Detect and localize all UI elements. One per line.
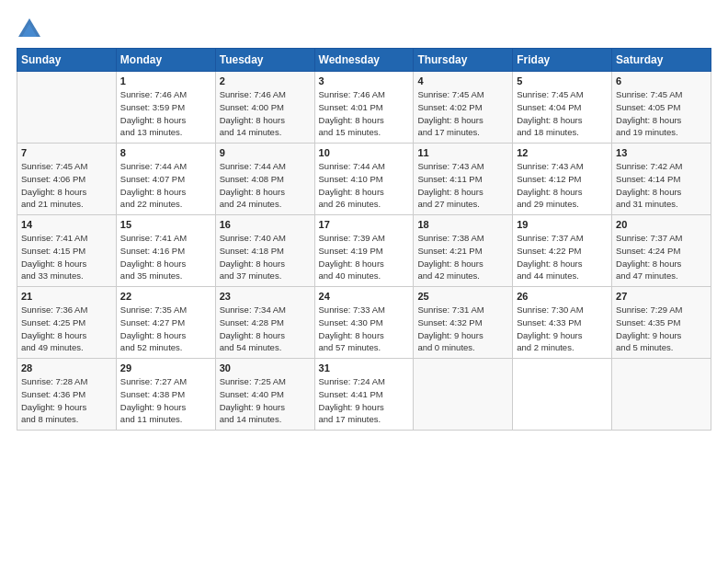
- day-cell: 24Sunrise: 7:33 AM Sunset: 4:30 PM Dayli…: [314, 287, 414, 359]
- day-info: Sunrise: 7:37 AM Sunset: 4:22 PM Dayligh…: [517, 232, 608, 282]
- logo-icon: [17, 17, 42, 42]
- day-info: Sunrise: 7:29 AM Sunset: 4:35 PM Dayligh…: [616, 304, 707, 354]
- day-cell: 8Sunrise: 7:44 AM Sunset: 4:07 PM Daylig…: [116, 144, 215, 215]
- day-number: 29: [120, 362, 211, 373]
- day-info: Sunrise: 7:34 AM Sunset: 4:28 PM Dayligh…: [220, 304, 311, 354]
- day-number: 24: [319, 291, 410, 302]
- day-info: Sunrise: 7:39 AM Sunset: 4:19 PM Dayligh…: [319, 232, 410, 282]
- page: SundayMondayTuesdayWednesdayThursdayFrid…: [0, 0, 728, 563]
- header-tuesday: Tuesday: [215, 49, 314, 72]
- day-cell: 21Sunrise: 7:36 AM Sunset: 4:25 PM Dayli…: [17, 287, 117, 359]
- day-cell: 14Sunrise: 7:41 AM Sunset: 4:15 PM Dayli…: [17, 215, 117, 287]
- day-info: Sunrise: 7:40 AM Sunset: 4:18 PM Dayligh…: [220, 232, 311, 282]
- day-number: 2: [220, 75, 311, 86]
- day-info: Sunrise: 7:35 AM Sunset: 4:27 PM Dayligh…: [120, 304, 211, 354]
- day-cell: 20Sunrise: 7:37 AM Sunset: 4:24 PM Dayli…: [612, 215, 711, 287]
- day-cell: 22Sunrise: 7:35 AM Sunset: 4:27 PM Dayli…: [116, 287, 215, 359]
- day-info: Sunrise: 7:24 AM Sunset: 4:41 PM Dayligh…: [319, 375, 410, 426]
- day-cell: 19Sunrise: 7:37 AM Sunset: 4:22 PM Dayli…: [513, 215, 612, 287]
- day-number: 11: [417, 147, 508, 158]
- day-cell: 23Sunrise: 7:34 AM Sunset: 4:28 PM Dayli…: [215, 287, 314, 359]
- week-row-5: 28Sunrise: 7:28 AM Sunset: 4:36 PM Dayli…: [17, 359, 711, 431]
- day-number: 12: [517, 147, 608, 158]
- day-cell: 11Sunrise: 7:43 AM Sunset: 4:11 PM Dayli…: [414, 144, 513, 215]
- header-monday: Monday: [116, 49, 215, 72]
- day-cell: 16Sunrise: 7:40 AM Sunset: 4:18 PM Dayli…: [215, 215, 314, 287]
- day-cell: 7Sunrise: 7:45 AM Sunset: 4:06 PM Daylig…: [17, 144, 117, 215]
- day-info: Sunrise: 7:44 AM Sunset: 4:08 PM Dayligh…: [220, 160, 311, 211]
- day-info: Sunrise: 7:45 AM Sunset: 4:04 PM Dayligh…: [517, 88, 608, 139]
- day-info: Sunrise: 7:38 AM Sunset: 4:21 PM Dayligh…: [417, 232, 508, 282]
- day-info: Sunrise: 7:31 AM Sunset: 4:32 PM Dayligh…: [417, 304, 508, 354]
- day-info: Sunrise: 7:27 AM Sunset: 4:38 PM Dayligh…: [120, 375, 211, 426]
- day-cell: [513, 359, 612, 431]
- day-cell: 1Sunrise: 7:46 AM Sunset: 3:59 PM Daylig…: [116, 72, 215, 144]
- day-cell: 27Sunrise: 7:29 AM Sunset: 4:35 PM Dayli…: [612, 287, 711, 359]
- day-number: 25: [417, 291, 508, 302]
- day-number: 5: [517, 75, 608, 86]
- day-number: 21: [21, 291, 112, 302]
- day-info: Sunrise: 7:43 AM Sunset: 4:12 PM Dayligh…: [517, 160, 608, 211]
- day-number: 9: [220, 147, 311, 158]
- day-info: Sunrise: 7:45 AM Sunset: 4:06 PM Dayligh…: [21, 160, 112, 211]
- day-cell: 3Sunrise: 7:46 AM Sunset: 4:01 PM Daylig…: [314, 72, 414, 144]
- day-number: 4: [417, 75, 508, 86]
- day-info: Sunrise: 7:44 AM Sunset: 4:07 PM Dayligh…: [120, 160, 211, 211]
- week-row-4: 21Sunrise: 7:36 AM Sunset: 4:25 PM Dayli…: [17, 287, 711, 359]
- day-number: 13: [616, 147, 707, 158]
- day-cell: 31Sunrise: 7:24 AM Sunset: 4:41 PM Dayli…: [314, 359, 414, 431]
- day-cell: 9Sunrise: 7:44 AM Sunset: 4:08 PM Daylig…: [215, 144, 314, 215]
- day-cell: [17, 72, 117, 144]
- day-number: 31: [319, 362, 410, 373]
- day-info: Sunrise: 7:45 AM Sunset: 4:05 PM Dayligh…: [616, 88, 707, 139]
- day-info: Sunrise: 7:41 AM Sunset: 4:15 PM Dayligh…: [21, 232, 112, 282]
- day-info: Sunrise: 7:41 AM Sunset: 4:16 PM Dayligh…: [120, 232, 211, 282]
- day-cell: 4Sunrise: 7:45 AM Sunset: 4:02 PM Daylig…: [414, 72, 513, 144]
- logo: [17, 17, 46, 42]
- day-info: Sunrise: 7:33 AM Sunset: 4:30 PM Dayligh…: [319, 304, 410, 354]
- day-number: 22: [120, 291, 211, 302]
- header-row: SundayMondayTuesdayWednesdayThursdayFrid…: [17, 49, 711, 72]
- header-saturday: Saturday: [612, 49, 711, 72]
- day-cell: 26Sunrise: 7:30 AM Sunset: 4:33 PM Dayli…: [513, 287, 612, 359]
- header: [17, 17, 711, 42]
- day-info: Sunrise: 7:44 AM Sunset: 4:10 PM Dayligh…: [319, 160, 410, 211]
- day-info: Sunrise: 7:45 AM Sunset: 4:02 PM Dayligh…: [417, 88, 508, 139]
- day-cell: 18Sunrise: 7:38 AM Sunset: 4:21 PM Dayli…: [414, 215, 513, 287]
- day-number: 28: [21, 362, 112, 373]
- header-wednesday: Wednesday: [314, 49, 414, 72]
- day-cell: 28Sunrise: 7:28 AM Sunset: 4:36 PM Dayli…: [17, 359, 117, 431]
- day-number: 8: [120, 147, 211, 158]
- day-info: Sunrise: 7:42 AM Sunset: 4:14 PM Dayligh…: [616, 160, 707, 211]
- day-info: Sunrise: 7:25 AM Sunset: 4:40 PM Dayligh…: [220, 375, 311, 426]
- day-info: Sunrise: 7:30 AM Sunset: 4:33 PM Dayligh…: [517, 304, 608, 354]
- day-number: 17: [319, 219, 410, 230]
- day-number: 16: [220, 219, 311, 230]
- day-cell: [414, 359, 513, 431]
- day-info: Sunrise: 7:46 AM Sunset: 4:01 PM Dayligh…: [319, 88, 410, 139]
- day-cell: 2Sunrise: 7:46 AM Sunset: 4:00 PM Daylig…: [215, 72, 314, 144]
- day-number: 14: [21, 219, 112, 230]
- day-cell: 12Sunrise: 7:43 AM Sunset: 4:12 PM Dayli…: [513, 144, 612, 215]
- day-number: 27: [616, 291, 707, 302]
- day-info: Sunrise: 7:46 AM Sunset: 4:00 PM Dayligh…: [220, 88, 311, 139]
- week-row-1: 1Sunrise: 7:46 AM Sunset: 3:59 PM Daylig…: [17, 72, 711, 144]
- week-row-3: 14Sunrise: 7:41 AM Sunset: 4:15 PM Dayli…: [17, 215, 711, 287]
- day-cell: 5Sunrise: 7:45 AM Sunset: 4:04 PM Daylig…: [513, 72, 612, 144]
- day-cell: 10Sunrise: 7:44 AM Sunset: 4:10 PM Dayli…: [314, 144, 414, 215]
- day-number: 10: [319, 147, 410, 158]
- day-cell: 15Sunrise: 7:41 AM Sunset: 4:16 PM Dayli…: [116, 215, 215, 287]
- week-row-2: 7Sunrise: 7:45 AM Sunset: 4:06 PM Daylig…: [17, 144, 711, 215]
- day-number: 7: [21, 147, 112, 158]
- day-number: 30: [220, 362, 311, 373]
- day-number: 26: [517, 291, 608, 302]
- day-info: Sunrise: 7:37 AM Sunset: 4:24 PM Dayligh…: [616, 232, 707, 282]
- day-cell: 29Sunrise: 7:27 AM Sunset: 4:38 PM Dayli…: [116, 359, 215, 431]
- day-info: Sunrise: 7:28 AM Sunset: 4:36 PM Dayligh…: [21, 375, 112, 426]
- day-cell: 25Sunrise: 7:31 AM Sunset: 4:32 PM Dayli…: [414, 287, 513, 359]
- day-cell: 17Sunrise: 7:39 AM Sunset: 4:19 PM Dayli…: [314, 215, 414, 287]
- day-number: 18: [417, 219, 508, 230]
- header-thursday: Thursday: [414, 49, 513, 72]
- day-number: 20: [616, 219, 707, 230]
- day-number: 1: [120, 75, 211, 86]
